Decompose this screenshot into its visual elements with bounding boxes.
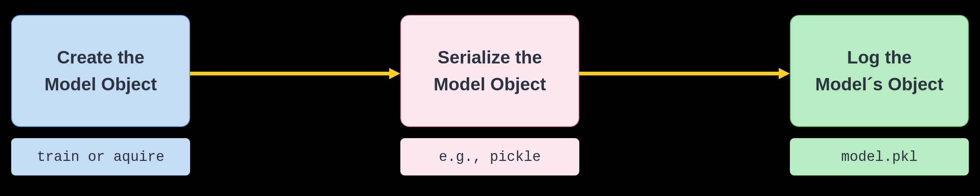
svg-marker-1 [389, 68, 400, 79]
step-serialize-box: Serialize the Model Object [400, 15, 579, 127]
step-log-subtitle: model.pkl [841, 149, 917, 165]
step-create-title-1: Create the [57, 48, 145, 67]
step-create-title-2: Model Object [45, 75, 157, 94]
step-log-title-2: Model´s Object [815, 75, 943, 94]
step-create-sub: train or aquire [11, 138, 190, 175]
step-serialize-title-1: Serialize the [438, 48, 542, 67]
step-log-title-1: Log the [847, 48, 912, 67]
step-log-sub: model.pkl [790, 138, 969, 175]
svg-marker-3 [779, 68, 790, 79]
arrow-1 [190, 71, 400, 76]
step-create-subtitle: train or aquire [37, 149, 164, 165]
step-serialize: Serialize the Model Object e.g., pickle [400, 15, 579, 175]
step-log: Log the Model´s Object model.pkl [790, 15, 969, 175]
step-serialize-sub: e.g., pickle [400, 138, 579, 175]
step-serialize-title-2: Model Object [434, 75, 546, 94]
step-create: Create the Model Object train or aquire [11, 15, 190, 175]
step-create-box: Create the Model Object [11, 15, 190, 127]
arrow-2 [579, 71, 790, 76]
arrow-right-icon [190, 66, 400, 81]
arrow-right-icon [579, 66, 790, 81]
step-log-box: Log the Model´s Object [790, 15, 969, 127]
step-serialize-subtitle: e.g., pickle [439, 149, 541, 165]
